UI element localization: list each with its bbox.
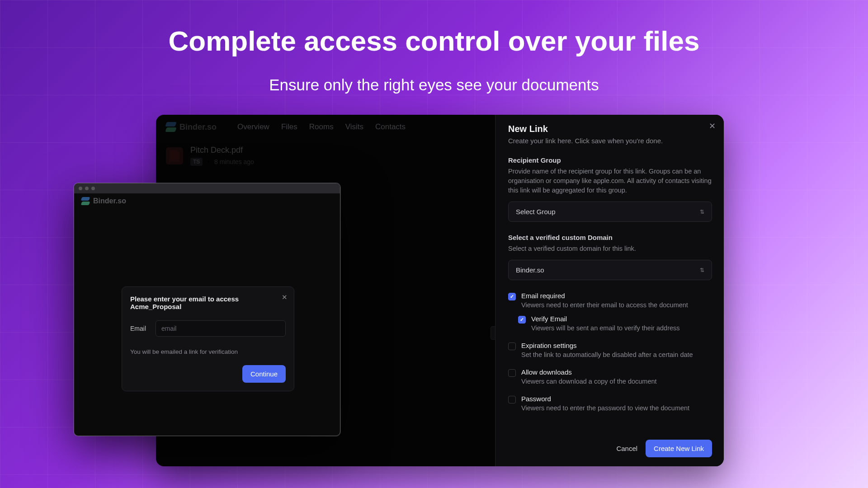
option-desc: Viewers need to enter the password to vi… bbox=[521, 404, 689, 412]
owner-badge: TS bbox=[190, 158, 203, 166]
panel-footer: Cancel Create New Link bbox=[508, 440, 712, 457]
continue-button[interactable]: Continue bbox=[242, 365, 286, 383]
traffic-light-icon bbox=[79, 187, 82, 190]
option-password[interactable]: Password Viewers need to enter the passw… bbox=[508, 395, 712, 412]
modal-title: Please enter your email to access Acme_P… bbox=[130, 295, 286, 310]
recipient-select[interactable]: Select Group ⇅ bbox=[508, 202, 712, 222]
file-name: Pitch Deck.pdf bbox=[190, 145, 254, 155]
option-expiration[interactable]: Expiration settings Set the link to auto… bbox=[508, 342, 712, 358]
email-row: Email bbox=[130, 320, 286, 337]
option-label: Expiration settings bbox=[521, 342, 693, 349]
option-desc: Viewers can download a copy of the docum… bbox=[521, 378, 657, 385]
option-desc: Viewers will be sent an email to verify … bbox=[531, 324, 680, 332]
viewer-header: Binder.so bbox=[74, 193, 340, 209]
brand-mark-icon bbox=[166, 122, 176, 132]
panel-subtitle: Create your link here. Click save when y… bbox=[508, 137, 712, 145]
panel-title: New Link bbox=[508, 124, 712, 134]
domain-desc: Select a verified custom domain for this… bbox=[508, 244, 712, 253]
brand-mark-icon bbox=[81, 197, 90, 205]
hero-title: Complete access control over your files bbox=[0, 25, 868, 57]
main-nav: Overview Files Rooms Visits Contacts bbox=[237, 122, 406, 131]
email-input[interactable] bbox=[156, 320, 286, 337]
chevron-updown-icon: ⇅ bbox=[700, 209, 704, 215]
checkbox-email-required[interactable] bbox=[508, 293, 516, 300]
brand-logo[interactable]: Binder.so bbox=[81, 197, 126, 205]
recipient-select-value: Select Group bbox=[516, 208, 556, 216]
checkbox-expiration[interactable] bbox=[508, 343, 516, 350]
checkbox-verify-email[interactable] bbox=[518, 316, 526, 324]
new-link-panel: ✕ New Link Create your link here. Click … bbox=[495, 115, 724, 466]
pdf-icon bbox=[166, 147, 183, 164]
brand-logo[interactable]: Binder.so bbox=[166, 122, 217, 132]
nav-visits[interactable]: Visits bbox=[345, 122, 363, 131]
file-time: 8 minutes ago bbox=[214, 158, 254, 165]
recipient-label: Recipient Group bbox=[508, 156, 712, 164]
recipient-desc: Provide name of the recipient group for … bbox=[508, 167, 712, 195]
traffic-light-icon bbox=[91, 187, 95, 190]
checkbox-downloads[interactable] bbox=[508, 369, 516, 377]
chevron-updown-icon: ⇅ bbox=[700, 267, 704, 273]
close-icon[interactable]: ✕ bbox=[709, 121, 716, 131]
traffic-light-icon bbox=[85, 187, 89, 190]
option-desc: Viewers need to enter their email to acc… bbox=[521, 301, 688, 309]
domain-select-value: Binder.so bbox=[516, 266, 544, 274]
option-label: Email required bbox=[521, 292, 688, 300]
cancel-button[interactable]: Cancel bbox=[616, 445, 637, 452]
checkbox-password[interactable] bbox=[508, 396, 516, 404]
nav-overview[interactable]: Overview bbox=[237, 122, 269, 131]
hero-subtitle: Ensure only the right eyes see your docu… bbox=[0, 76, 868, 94]
close-icon[interactable]: ✕ bbox=[282, 293, 288, 301]
domain-label: Select a verified custom Domain bbox=[508, 234, 712, 241]
option-label: Password bbox=[521, 395, 689, 403]
domain-select[interactable]: Binder.so ⇅ bbox=[508, 260, 712, 280]
option-label: Allow downloads bbox=[521, 368, 657, 376]
option-desc: Set the link to automatically be disable… bbox=[521, 351, 693, 358]
brand-name: Binder.so bbox=[179, 122, 217, 132]
email-gate-modal: ✕ Please enter your email to access Acme… bbox=[122, 286, 294, 391]
email-label: Email bbox=[130, 325, 148, 332]
option-verify-email[interactable]: Verify Email Viewers will be sent an ema… bbox=[518, 315, 712, 332]
nav-rooms[interactable]: Rooms bbox=[309, 122, 334, 131]
verify-note: You will be emailed a link for verificat… bbox=[130, 348, 286, 355]
modal-footer: Continue bbox=[130, 365, 286, 383]
file-meta: Pitch Deck.pdf TS • 8 minutes ago bbox=[190, 145, 254, 166]
create-link-button[interactable]: Create New Link bbox=[646, 440, 712, 457]
option-downloads[interactable]: Allow downloads Viewers can download a c… bbox=[508, 368, 712, 385]
nav-contacts[interactable]: Contacts bbox=[375, 122, 406, 131]
nav-files[interactable]: Files bbox=[281, 122, 297, 131]
option-label: Verify Email bbox=[531, 315, 680, 323]
window-titlebar bbox=[74, 183, 340, 193]
option-email-required[interactable]: Email required Viewers need to enter the… bbox=[508, 292, 712, 309]
viewer-window: Binder.so ✕ Please enter your email to a… bbox=[74, 183, 340, 436]
brand-name: Binder.so bbox=[93, 197, 126, 205]
